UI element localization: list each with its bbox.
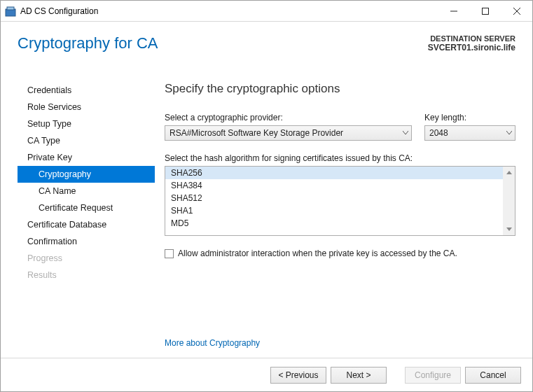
close-button[interactable] [501,1,532,21]
hash-option-sha384[interactable]: SHA384 [165,179,503,192]
sidebar-item-setup-type[interactable]: Setup Type [18,115,155,132]
admin-interaction-label: Allow administrator interaction when the… [178,248,457,258]
footer: < Previous Next > Configure Cancel [1,358,532,391]
sidebar-item-ca-type[interactable]: CA Type [18,132,155,149]
page-title: Cryptography for CA [18,34,428,52]
hash-option-sha1[interactable]: SHA1 [165,204,503,217]
window-controls [438,1,532,21]
spacer [165,258,515,338]
provider-dropdown[interactable]: RSA#Microsoft Software Key Storage Provi… [165,125,412,141]
sidebar-item-certificate-database[interactable]: Certificate Database [18,216,155,233]
hash-list-items: SHA256 SHA384 SHA512 SHA1 MD5 [165,167,503,235]
chevron-down-icon [506,131,512,135]
sidebar-item-private-key[interactable]: Private Key [18,149,155,166]
svg-rect-1 [7,7,14,10]
provider-label: Select a cryptographic provider: [165,113,412,122]
sidebar-item-progress: Progress [18,250,155,267]
titlebar: AD CS Configuration [1,1,532,22]
sidebar-item-certificate-request[interactable]: Certificate Request [18,200,155,216]
sidebar-item-credentials[interactable]: Credentials [18,82,155,99]
header-row: Cryptography for CA DESTINATION SERVER S… [18,22,515,72]
configure-button: Configure [405,367,461,384]
sidebar-item-ca-name[interactable]: CA Name [18,183,155,200]
hash-option-sha512[interactable]: SHA512 [165,192,503,204]
provider-row: Select a cryptographic provider: RSA#Mic… [165,113,515,141]
window-title: AD CS Configuration [20,6,438,16]
provider-value: RSA#Microsoft Software Key Storage Provi… [169,128,343,138]
hash-listbox[interactable]: SHA256 SHA384 SHA512 SHA1 MD5 [165,166,515,236]
admin-interaction-checkbox[interactable] [165,249,174,258]
hash-label: Select the hash algorithm for signing ce… [165,153,515,163]
admin-interaction-row: Allow administrator interaction when the… [165,248,515,258]
section-title: Specify the cryptographic options [165,82,515,96]
scroll-up-icon[interactable] [504,168,513,177]
keylength-label: Key length: [424,113,515,122]
maximize-button[interactable] [469,1,501,21]
window-frame: AD CS Configuration Cryptography for CA … [0,0,533,392]
provider-column: Select a cryptographic provider: RSA#Mic… [165,113,412,141]
body-row: Credentials Role Services Setup Type CA … [18,75,515,358]
content-area: Cryptography for CA DESTINATION SERVER S… [1,22,532,358]
keylength-dropdown[interactable]: 2048 [424,125,515,141]
minimize-button[interactable] [438,1,469,21]
keylength-value: 2048 [429,128,448,138]
sidebar-item-confirmation[interactable]: Confirmation [18,233,155,250]
destination-block: DESTINATION SERVER SVCERT01.sironic.life [428,34,515,52]
chevron-down-icon [403,131,408,135]
keylength-column: Key length: 2048 [424,113,515,141]
cancel-button[interactable]: Cancel [465,367,521,384]
svg-rect-3 [482,8,488,14]
sidebar: Credentials Role Services Setup Type CA … [18,75,155,358]
previous-button[interactable]: < Previous [270,367,326,384]
scroll-down-icon[interactable] [504,225,513,234]
destination-label: DESTINATION SERVER [428,34,515,43]
sidebar-item-cryptography[interactable]: Cryptography [18,166,155,183]
hash-option-sha256[interactable]: SHA256 [165,167,503,179]
hash-option-md5[interactable]: MD5 [165,217,503,230]
sidebar-item-results: Results [18,267,155,284]
destination-server: SVCERT01.sironic.life [428,43,515,52]
app-icon [5,6,16,17]
sidebar-item-role-services[interactable]: Role Services [18,99,155,115]
more-about-link[interactable]: More about Cryptography [165,338,515,348]
next-button[interactable]: Next > [331,367,387,384]
main-panel: Specify the cryptographic options Select… [155,75,515,358]
listbox-scrollbar[interactable] [503,167,515,235]
